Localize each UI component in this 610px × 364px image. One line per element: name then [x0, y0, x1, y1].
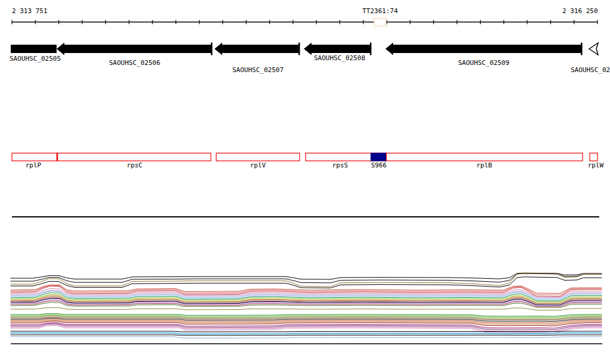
gene-label-SAOUHSC_0251: SAOUHSC_0251	[571, 67, 610, 73]
expression-trace	[11, 320, 602, 324]
selected-feature-marker-box[interactable]	[374, 18, 386, 26]
gene-label-SAOUHSC_02507: SAOUHSC_02507	[232, 67, 284, 73]
ruler-left-coordinate: 2 313 751	[12, 8, 48, 14]
gene-SAOUHSC_02508[interactable]	[304, 43, 372, 55]
feature-label-rplP: rplP	[26, 162, 42, 169]
feature-label-rpsC: rpsC	[127, 162, 143, 169]
expression-trace	[11, 273, 602, 287]
gene-SAOUHSC_02506[interactable]	[57, 43, 213, 55]
feature-box-rplV[interactable]	[216, 153, 300, 161]
expression-trace	[11, 331, 602, 332]
feature-label-S966: S966	[371, 162, 387, 169]
feature-label-rplV: rplV	[250, 162, 266, 169]
gene-label-SAOUHSC_02508: SAOUHSC_02508	[314, 55, 365, 61]
feature-label-rplB: rplB	[477, 162, 493, 169]
feature-label-rpsS: rpsS	[332, 162, 348, 169]
feature-box-S966[interactable]	[371, 153, 386, 161]
expression-trace	[11, 335, 602, 335]
ruler-center-feature-label: TT2361:74	[362, 8, 398, 14]
gene-SAOUHSC_02509[interactable]	[385, 43, 583, 55]
genome-browser-canvas[interactable]	[0, 0, 610, 364]
gene-SAOUHSC_02505[interactable]	[11, 45, 57, 53]
expression-trace	[11, 307, 602, 310]
feature-box-rplW[interactable]	[590, 153, 597, 161]
feature-box-rpsC[interactable]	[57, 153, 211, 161]
gene-label-SAOUHSC_02505: SAOUHSC_02505	[10, 55, 61, 62]
gene-label-SAOUHSC_02506: SAOUHSC_02506	[109, 60, 160, 66]
expression-trace	[11, 337, 602, 338]
expression-trace	[11, 333, 602, 334]
gene-SAOUHSC_0251[interactable]	[589, 43, 598, 55]
feature-box-rplB[interactable]	[386, 153, 583, 161]
feature-label-rplW: rplW	[588, 162, 604, 169]
gene-label-SAOUHSC_02509: SAOUHSC_02509	[458, 60, 509, 66]
feature-box-rplP[interactable]	[12, 153, 57, 161]
gene-SAOUHSC_02507[interactable]	[214, 43, 300, 55]
ruler-right-coordinate: 2 316 250	[562, 8, 598, 14]
